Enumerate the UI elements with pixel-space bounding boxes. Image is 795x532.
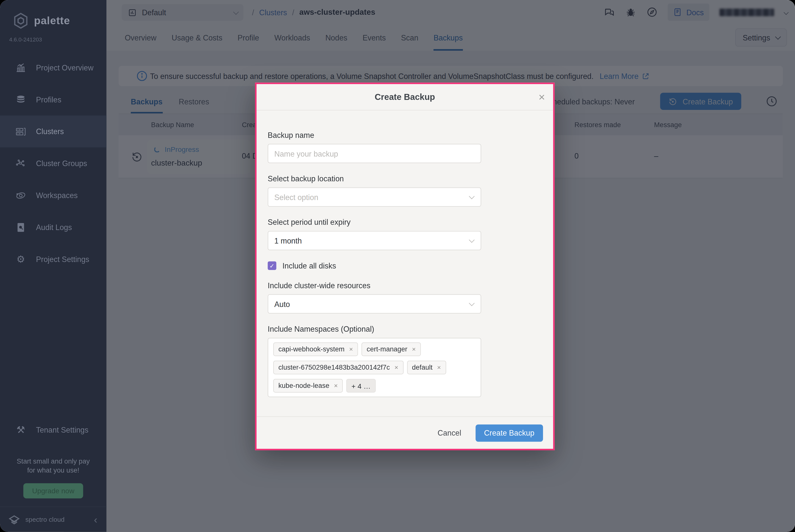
modal-footer: Cancel Create Backup [256,416,553,449]
promo-line-2: for what you use! [0,466,107,475]
include-all-disks-row[interactable]: ✓ Include all disks [268,261,553,270]
sidebar-item-label: Project Settings [36,255,89,263]
namespace-tag: cluster-6750298e1483b3a200142f7c × [273,361,403,374]
namespace-tag: default × [407,361,446,374]
bar-chart-icon [15,62,26,73]
sidebar-item-project-overview[interactable]: Project Overview [0,52,107,84]
spectro-cloud-logo-icon [8,513,20,526]
cluster-wide-select[interactable]: Auto [268,294,481,314]
cluster-wide-value: Auto [274,300,290,308]
namespace-tag-label: cluster-6750298e1483b3a200142f7c [278,364,390,371]
sidebar-item-label: Workspaces [36,191,78,200]
modal-create-backup-button[interactable]: Create Backup [475,424,543,442]
sidebar-collapse-icon[interactable]: ‹ [94,514,97,525]
sidebar-item-label: Project Overview [36,63,93,72]
namespace-tag: cert-manager × [361,342,421,356]
sidebar-item-label: Profiles [36,95,61,104]
backup-name-input[interactable] [274,149,474,158]
sidebar-item-label: Audit Logs [36,223,72,231]
chevron-down-icon [469,194,474,199]
gear-icon: ⚙ [15,254,26,264]
sidebar-item-project-settings[interactable]: ⚙ Project Settings [0,243,107,275]
cancel-button[interactable]: Cancel [437,429,461,437]
sidebar-item-profiles[interactable]: Profiles [0,84,107,116]
sidebar: palette 4.6.0-241203 Project Overview Pr… [0,0,107,532]
backup-location-placeholder: Select option [274,193,318,201]
sidebar-item-cluster-groups[interactable]: Cluster Groups [0,147,107,179]
namespaces-tags-input[interactable]: capi-webhook-system × cert-manager × clu… [268,338,481,397]
app-title: palette [34,15,70,27]
namespace-tag-label: cert-manager [367,345,408,353]
sidebar-item-tenant-settings[interactable]: ⚒ Tenant Settings [0,414,107,445]
expiry-value: 1 month [274,236,302,245]
modal-header: Create Backup × [256,84,553,110]
remove-tag-icon[interactable]: × [334,382,338,390]
remove-tag-icon[interactable]: × [349,345,353,353]
app-version: 4.6.0-241203 [0,30,107,43]
chevron-down-icon [469,300,474,306]
remove-tag-icon[interactable]: × [395,364,398,371]
sidebar-bottom: ⚒ Tenant Settings Start small and only p… [0,414,107,532]
brand-name: spectro cloud [25,516,65,523]
upgrade-promo-text: Start small and only pay for what you us… [0,457,107,475]
sidebar-item-workspaces[interactable]: Workspaces [0,179,107,211]
network-icon [15,158,26,169]
sidebar-nav: Project Overview Profiles Clusters Clust… [0,52,107,275]
modal-title: Create Backup [375,92,435,102]
sidebar-item-label: Tenant Settings [36,425,89,434]
sidebar-item-label: Clusters [36,127,64,136]
backup-name-label: Backup name [268,131,553,139]
backup-name-field-wrap [268,144,481,163]
cluster-wide-group: Include cluster-wide resources Auto [268,281,553,314]
checkbox-checked-icon[interactable]: ✓ [268,261,276,270]
app-logo: palette [0,0,107,30]
namespace-tag: capi-webhook-system × [273,342,358,356]
namespace-tag-label: default [412,364,433,371]
namespaces-group: Include Namespaces (Optional) capi-webho… [268,325,553,397]
remove-tag-icon[interactable]: × [437,364,441,371]
remove-tag-icon[interactable]: × [412,345,416,353]
clusters-icon [15,126,26,137]
backup-location-label: Select backup location [268,174,553,183]
application-window: Default / Clusters / aws-cluster-updates [0,0,795,532]
sidebar-item-label: Cluster Groups [36,159,87,168]
upgrade-now-button[interactable]: Upgrade now [23,483,83,498]
close-icon[interactable]: × [539,91,545,103]
namespace-more-tag[interactable]: + 4 … [346,379,376,393]
include-all-disks-label: Include all disks [283,261,336,270]
sidebar-item-clusters[interactable]: Clusters [0,115,107,147]
sidebar-item-audit-logs[interactable]: Audit Logs [0,211,107,243]
backup-name-group: Backup name [268,131,553,163]
modal-body: Backup name Select backup location Selec… [256,110,553,416]
promo-line-1: Start small and only pay [0,457,107,466]
sidebar-footer: spectro cloud ‹ [0,507,107,532]
tools-icon: ⚒ [15,425,26,435]
palette-logo-icon [13,12,29,30]
namespace-tag-label: kube-node-lease [278,382,329,390]
namespaces-label: Include Namespaces (Optional) [268,325,553,333]
expiry-label: Select period until expiry [268,218,553,226]
chevron-down-icon [469,237,474,243]
expiry-group: Select period until expiry 1 month [268,218,553,250]
backup-location-select[interactable]: Select option [268,187,481,207]
expiry-select[interactable]: 1 month [268,231,481,250]
create-backup-modal: Create Backup × Backup name Select backu… [255,83,555,450]
backup-location-group: Select backup location Select option [268,174,553,207]
namespace-tag-label: capi-webhook-system [278,345,344,353]
audit-log-icon [15,222,26,233]
orbit-icon [15,190,26,201]
cluster-wide-label: Include cluster-wide resources [268,281,553,290]
namespace-tag: kube-node-lease × [273,379,343,393]
layers-icon [15,94,26,105]
